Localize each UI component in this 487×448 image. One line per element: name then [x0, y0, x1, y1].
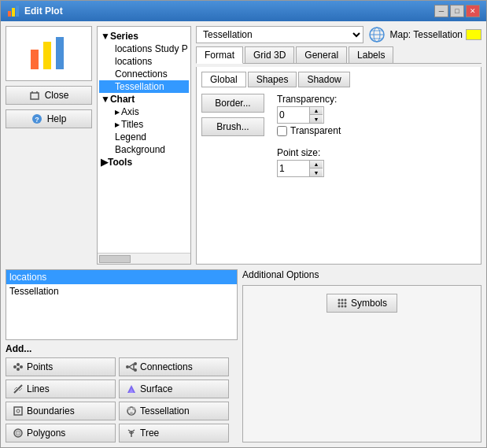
tree-item-background[interactable]: Background — [99, 143, 189, 156]
list-panel: locations Tessellation Add... Points — [6, 269, 238, 442]
map-label-text: Map: Tessellation — [390, 29, 463, 40]
svg-point-46 — [341, 302, 343, 305]
add-surface-button[interactable]: Surface — [119, 380, 229, 398]
tree-item-axis[interactable]: ▶ Axis — [99, 106, 189, 118]
tree-item-label: locations Study P — [115, 43, 188, 54]
format-buttons: Border... Brush... — [201, 94, 264, 177]
transparency-down-button[interactable]: ▼ — [310, 115, 323, 123]
tree-item-titles[interactable]: ▶ Titles — [99, 118, 189, 131]
svg-point-47 — [344, 302, 346, 305]
tab-format[interactable]: Format — [196, 46, 243, 64]
tree-item-label: Connections — [115, 68, 168, 80]
svg-point-50 — [344, 305, 346, 308]
add-tessellation-button[interactable]: Tessellation — [119, 402, 229, 420]
add-connections-button[interactable]: Connections — [119, 357, 229, 376]
tree-item-label: Titles — [121, 119, 143, 130]
add-polygons-button[interactable]: Polygons — [6, 424, 116, 442]
add-lines-button[interactable]: Lines — [6, 380, 116, 398]
tree-item-locations[interactable]: locations — [99, 55, 189, 68]
sub-tab-shapes[interactable]: Shapes — [248, 72, 297, 87]
tree-item-connections[interactable]: Connections — [99, 68, 189, 80]
series-group: ▼ Series — [99, 30, 189, 43]
tree-content[interactable]: ▼ Series locations Study P locations Con… — [98, 27, 190, 253]
minimize-button[interactable]: ─ — [434, 5, 448, 17]
sub-tab-shadow[interactable]: Shadow — [298, 72, 349, 87]
close-window-button[interactable]: ✕ — [466, 5, 480, 17]
map-label: Map: Tessellation — [390, 29, 482, 40]
point-size-section: Point size: 1 ▲ ▼ — [277, 147, 341, 177]
lines-icon — [13, 383, 24, 394]
format-content: Border... Brush... Transparency: 0 — [201, 94, 476, 177]
svg-point-43 — [341, 299, 343, 302]
svg-point-18 — [20, 365, 23, 368]
svg-rect-0 — [8, 11, 11, 17]
chart-label: Chart — [110, 94, 135, 105]
additional-label: Additional Options — [242, 269, 481, 280]
tree-item-label: Legend — [115, 131, 146, 143]
scrollbar-thumb[interactable] — [99, 255, 131, 263]
point-size-spinner[interactable]: 1 ▲ ▼ — [277, 160, 324, 177]
add-label: Add... — [6, 343, 238, 354]
list-item-locations[interactable]: locations — [6, 270, 237, 284]
border-button[interactable]: Border... — [201, 94, 264, 113]
transparency-label: Transparency: — [277, 94, 341, 105]
tools-group: ▶ Tools — [99, 156, 189, 168]
point-size-up-button[interactable]: ▲ — [310, 161, 323, 168]
maximize-button[interactable]: □ — [450, 5, 464, 17]
series-dropdown[interactable]: Tessellation — [196, 26, 363, 43]
sub-tab-bar: Global Shapes Shadow — [201, 72, 476, 87]
svg-point-33 — [132, 407, 135, 410]
tessellation-icon — [126, 405, 137, 417]
sub-tab-global[interactable]: Global — [201, 72, 246, 87]
left-panel: Close ? Help — [6, 26, 92, 265]
svg-point-34 — [130, 412, 133, 415]
map-color-box — [466, 29, 481, 40]
tree-item-tessellation[interactable]: Tessellation — [99, 80, 189, 93]
tree-item-label: Background — [115, 144, 165, 155]
tree-scrollbar[interactable] — [98, 253, 190, 264]
chart-arrow: ▼ — [101, 94, 110, 105]
transparency-spinner[interactable]: 0 ▲ ▼ — [277, 106, 324, 124]
title-bar-left: Edit Plot — [7, 5, 63, 17]
additional-content: Symbols — [242, 285, 481, 442]
symbols-button[interactable]: Symbols — [327, 294, 397, 313]
brush-button[interactable]: Brush... — [201, 117, 264, 136]
add-buttons: Points Connections — [6, 357, 238, 442]
tab-grid3d[interactable]: Grid 3D — [245, 46, 294, 63]
tab-labels[interactable]: Labels — [349, 46, 393, 63]
svg-point-49 — [341, 305, 343, 308]
svg-point-45 — [338, 302, 340, 305]
svg-text:?: ? — [35, 116, 39, 124]
svg-rect-3 — [31, 50, 39, 69]
help-label: Help — [47, 113, 67, 124]
close-button[interactable]: Close — [6, 86, 92, 105]
tools-label: Tools — [108, 157, 132, 168]
point-size-down-button[interactable]: ▼ — [310, 168, 323, 176]
add-boundaries-button[interactable]: Boundaries — [6, 402, 116, 420]
additional-panel: Additional Options Symbols — [242, 269, 481, 442]
transparency-up-button[interactable]: ▲ — [310, 107, 323, 115]
svg-point-16 — [13, 365, 17, 368]
svg-rect-29 — [14, 407, 22, 415]
list-item-tessellation[interactable]: Tessellation — [6, 284, 237, 298]
bottom-section: locations Tessellation Add... Points — [1, 269, 486, 447]
help-button[interactable]: ? Help — [6, 109, 92, 128]
polygons-icon — [13, 428, 24, 439]
svg-point-42 — [338, 299, 340, 302]
series-list[interactable]: locations Tessellation — [6, 269, 238, 340]
transparent-checkbox[interactable] — [277, 126, 287, 136]
series-label: Series — [110, 31, 138, 42]
tab-general[interactable]: General — [296, 46, 347, 63]
tree-item-locations-study[interactable]: locations Study P — [99, 43, 189, 55]
tree-item-legend[interactable]: Legend — [99, 131, 189, 143]
close-icon — [29, 90, 40, 101]
globe-icon — [368, 26, 386, 43]
add-points-button[interactable]: Points — [6, 357, 116, 376]
add-tree-button[interactable]: Tree — [119, 424, 229, 442]
transparency-input[interactable]: 0 — [278, 109, 309, 121]
transparent-label: Transparent — [290, 125, 341, 136]
point-size-input[interactable]: 1 — [278, 162, 309, 175]
svg-rect-1 — [12, 8, 15, 17]
window-title: Edit Plot — [24, 6, 63, 17]
svg-point-48 — [338, 305, 340, 308]
